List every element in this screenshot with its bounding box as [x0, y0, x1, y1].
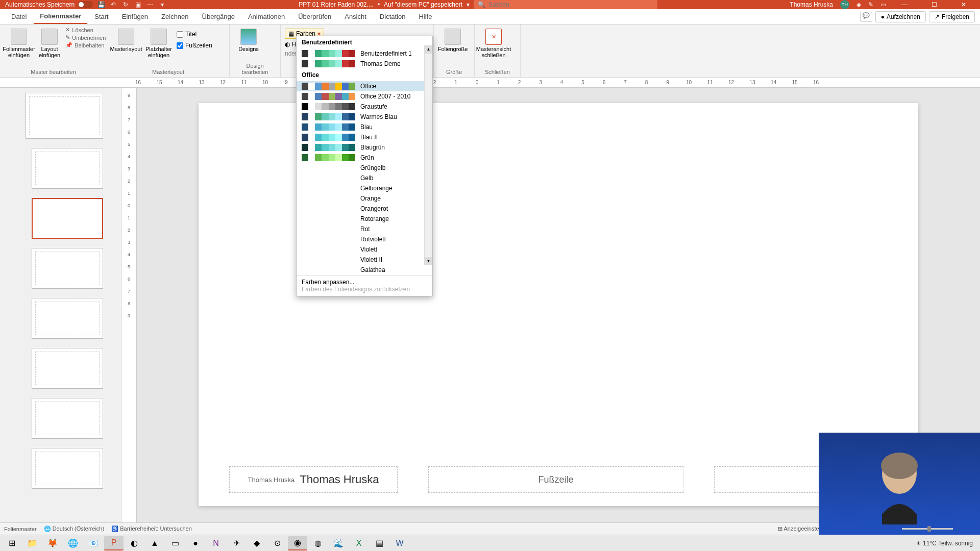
- thumbnail-2[interactable]: [32, 148, 103, 189]
- folienmaster-einfuegen-button[interactable]: Folienmaster einfügen: [4, 27, 34, 60]
- taskbar-app-5[interactable]: ⊙: [267, 536, 287, 550]
- freigeben-button[interactable]: ↗ Freigeben: [929, 11, 975, 22]
- close-button[interactable]: ✕: [952, 0, 975, 9]
- color-scheme-rotorange[interactable]: Rotorange: [297, 214, 432, 224]
- color-scheme-graustufe[interactable]: Graustufe: [297, 102, 432, 112]
- present-icon[interactable]: ▣: [134, 1, 142, 9]
- fusszeilen-checkbox[interactable]: Fußzeilen: [177, 42, 212, 49]
- zoom-slider[interactable]: [902, 528, 953, 530]
- foliengroesse-button[interactable]: Foliengröße: [438, 27, 468, 54]
- taskbar-app-7[interactable]: ▤: [370, 536, 389, 550]
- farben-anpassen-button[interactable]: Farben anpassen...: [302, 279, 427, 286]
- taskbar-word[interactable]: W: [390, 536, 409, 550]
- system-tray[interactable]: ☀ 11°C Teilw. sonnig: [916, 540, 978, 547]
- taskbar-app-6[interactable]: ◍: [308, 536, 328, 550]
- thumbnail-1[interactable]: [26, 93, 103, 139]
- tab-ueberpruefen[interactable]: Überprüfen: [292, 10, 337, 23]
- taskbar-edge[interactable]: 🌊: [329, 536, 348, 550]
- taskbar-chrome[interactable]: 🌐: [63, 536, 83, 550]
- layout-einfuegen-button[interactable]: Layout einfügen: [37, 27, 62, 60]
- tab-zeichnen[interactable]: Zeichnen: [155, 10, 194, 23]
- thumbnail-5[interactable]: [32, 298, 103, 339]
- masteransicht-schliessen-button[interactable]: ✕Masteransicht schließen: [479, 27, 508, 60]
- thumbnail-8[interactable]: [32, 448, 103, 489]
- tab-ansicht[interactable]: Ansicht: [338, 10, 373, 23]
- color-scheme-gruen[interactable]: Grün: [297, 153, 432, 163]
- color-scheme-rot[interactable]: Rot: [297, 224, 432, 234]
- status-mode[interactable]: Folienmaster: [4, 526, 37, 532]
- tab-folienmaster[interactable]: Folienmaster: [34, 9, 87, 24]
- thumbnail-3-selected[interactable]: [32, 198, 103, 239]
- thumbnail-4[interactable]: [32, 248, 103, 289]
- titel-checkbox[interactable]: Titel: [177, 31, 212, 38]
- taskbar-vlc[interactable]: ▲: [145, 536, 164, 550]
- taskbar-app-2[interactable]: ▭: [165, 536, 185, 550]
- taskbar-obs[interactable]: ◉: [288, 536, 307, 550]
- taskbar-explorer[interactable]: 📁: [22, 536, 42, 550]
- scroll-down-icon[interactable]: ▼: [425, 257, 432, 265]
- weather-widget[interactable]: ☀ 11°C Teilw. sonnig: [916, 540, 973, 547]
- umbenennen-button[interactable]: ✎ Umbenennen: [65, 34, 106, 41]
- taskbar-app-1[interactable]: ◐: [125, 536, 144, 550]
- color-scheme-thomas-demo[interactable]: Thomas Demo: [297, 59, 432, 69]
- search-box[interactable]: 🔍: [474, 0, 657, 9]
- username[interactable]: Thomas Hruska: [790, 1, 833, 8]
- color-scheme-orangerot[interactable]: Orangerot: [297, 204, 432, 214]
- more-icon[interactable]: ⋯: [146, 1, 154, 9]
- taskbar-firefox[interactable]: 🦊: [43, 536, 62, 550]
- tab-einfuegen[interactable]: Einfügen: [116, 10, 154, 23]
- taskbar-app-4[interactable]: ◆: [247, 536, 266, 550]
- tab-animationen[interactable]: Animationen: [242, 10, 291, 23]
- color-scheme-custom-1[interactable]: Benutzerdefiniert 1: [297, 48, 432, 59]
- thumbnail-6[interactable]: [32, 348, 103, 389]
- taskbar-powerpoint[interactable]: P: [104, 536, 124, 550]
- color-scheme-gelb[interactable]: Gelb: [297, 173, 432, 183]
- start-button[interactable]: ⊞: [2, 536, 21, 550]
- masterlayout-button[interactable]: Masterlayout: [111, 27, 141, 54]
- redo-icon[interactable]: ↻: [121, 1, 130, 9]
- toggle-switch[interactable]: [78, 1, 93, 8]
- color-scheme-office[interactable]: Office: [297, 81, 432, 91]
- footer-author-placeholder[interactable]: Thomas Hruska Thomas Hruska: [229, 466, 398, 493]
- thumbnail-7[interactable]: [32, 398, 103, 439]
- minimize-button[interactable]: —: [893, 0, 916, 9]
- window-icon[interactable]: ▭: [880, 1, 886, 8]
- tab-hilfe[interactable]: Hilfe: [412, 10, 438, 23]
- color-scheme-warmes-blau[interactable]: Warmes Blau: [297, 112, 432, 122]
- undo-icon[interactable]: ↶: [109, 1, 117, 9]
- taskbar-app-3[interactable]: ●: [186, 536, 205, 550]
- save-state[interactable]: Auf "diesem PC" gespeichert: [384, 1, 462, 8]
- diamond-icon[interactable]: ◈: [856, 1, 861, 8]
- color-scheme-galathea[interactable]: Galathea: [297, 265, 432, 275]
- loeschen-button[interactable]: ✕ Löschen: [65, 27, 106, 33]
- taskbar-onenote[interactable]: N: [206, 536, 226, 550]
- color-scheme-blau[interactable]: Blau: [297, 122, 432, 132]
- tab-uebergaenge[interactable]: Übergänge: [196, 10, 241, 23]
- user-avatar[interactable]: TH: [840, 0, 849, 9]
- comments-button[interactable]: 💬: [860, 12, 872, 22]
- qat-dropdown-icon[interactable]: ▾: [158, 1, 166, 9]
- status-lang[interactable]: 🌐 Deutsch (Österreich): [44, 525, 105, 532]
- color-scheme-gruengelb[interactable]: Grüngelb: [297, 163, 432, 173]
- colors-scrollbar[interactable]: ▲ ▼: [424, 45, 432, 265]
- color-scheme-orange[interactable]: Orange: [297, 193, 432, 204]
- platzhalter-button[interactable]: Platzhalter einfügen: [144, 27, 174, 60]
- designs-button[interactable]: Designs: [234, 27, 263, 54]
- tab-start[interactable]: Start: [88, 10, 114, 23]
- taskbar-excel[interactable]: X: [349, 536, 369, 550]
- savestate-dropdown-icon[interactable]: ▾: [467, 1, 470, 8]
- autosave-toggle[interactable]: Automatisches Speichern: [5, 1, 93, 8]
- tab-datei[interactable]: Datei: [5, 10, 33, 23]
- taskbar-outlook[interactable]: 📧: [84, 536, 103, 550]
- aufzeichnen-button[interactable]: ● Aufzeichnen: [875, 11, 926, 22]
- taskbar-telegram[interactable]: ✈: [227, 536, 246, 550]
- scroll-up-icon[interactable]: ▲: [425, 45, 432, 54]
- slide-thumbnails[interactable]: [0, 88, 121, 522]
- footer-text-placeholder[interactable]: Fußzeile: [428, 466, 683, 493]
- color-scheme-rotviolett[interactable]: Rotviolett: [297, 234, 432, 244]
- tab-dictation[interactable]: Dictation: [374, 10, 412, 23]
- save-icon[interactable]: 💾: [97, 1, 105, 9]
- beibehalten-button[interactable]: 📌 Beibehalten: [65, 42, 106, 48]
- farben-menu[interactable]: Benutzerdefiniert Benutzerdefiniert 1 Th…: [296, 36, 433, 296]
- color-scheme-violett-2[interactable]: Violett II: [297, 255, 432, 265]
